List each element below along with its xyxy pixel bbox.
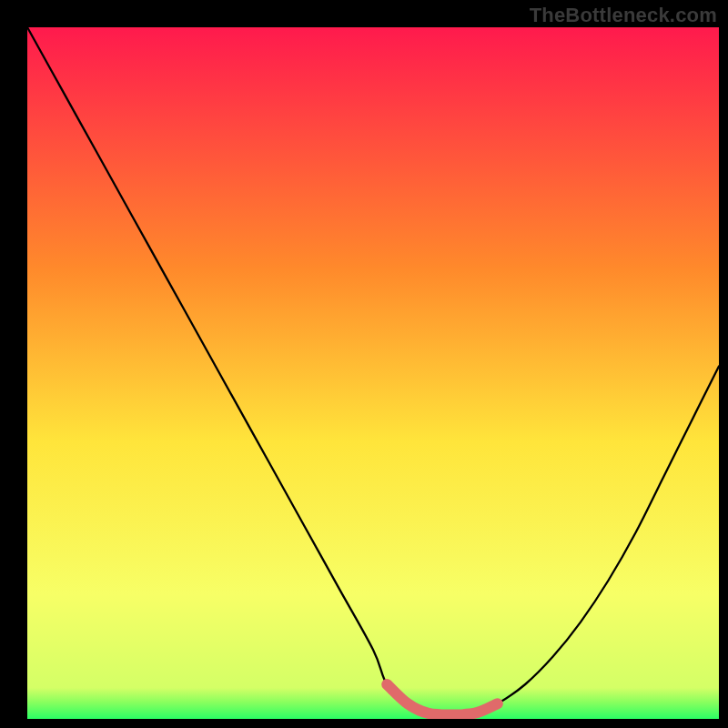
chart-frame: TheBottleneck.com (0, 0, 728, 728)
watermark-text: TheBottleneck.com (530, 4, 717, 27)
bottleneck-chart (27, 27, 719, 719)
gradient-background (27, 27, 719, 719)
plot-area (27, 27, 719, 719)
